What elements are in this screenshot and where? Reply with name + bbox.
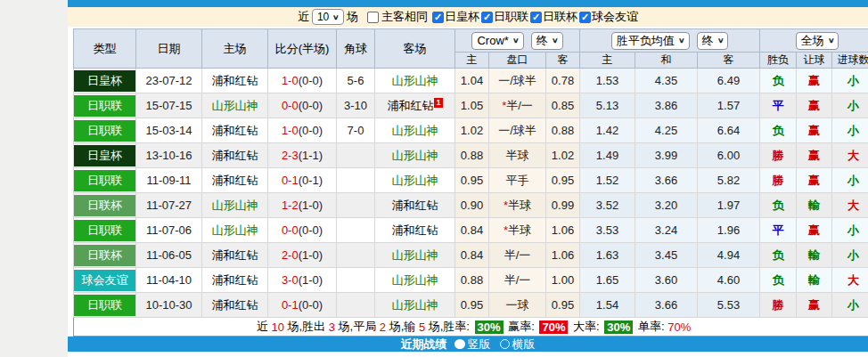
cell-avg-away-odds: 5.53 [698,293,760,318]
layout-option[interactable]: 竖版 [454,337,491,353]
cell-ah-line: *半球 [489,193,546,218]
cell-corners [337,168,375,193]
sub-header-ah-line: 盘口 [489,53,546,69]
away-team-name: 浦和红钻 [392,223,438,237]
cell-handicap-result: 輸 [797,193,832,218]
halftime-score: (1-0) [299,199,323,212]
cell-avg-away-odds: 1.57 [698,93,760,118]
same-venue-checkbox[interactable] [367,12,379,23]
table-row: 日职联15-07-15山形山神0-0(0-0)3-10浦和红钻11.05*半/一… [74,93,868,118]
cell-outcome: 负 [760,268,797,293]
radio-icon[interactable] [500,339,510,349]
filter-toolbar: 近 10 ∨ 场 主客相同 日皇杯日职联日联杯球会友谊 [68,7,868,27]
checkbox-checked-icon[interactable] [530,12,542,23]
euro-odds-state-select[interactable]: 终 ∨ [697,32,729,50]
halftime-score: (0-0) [299,124,323,137]
cell-ah-away-odds: 1.02 [546,143,580,168]
summary-text: 3 [329,320,335,334]
cell-avg-home-odds: 1.42 [580,118,635,143]
summary-text: 5 [419,320,425,334]
cell-score: 0-0(0-0) [268,93,337,118]
recent-count-value: 10 [317,11,329,23]
home-team-name: 浦和红钻 [212,174,258,187]
cell-handicap-result: 赢 [797,69,832,93]
col-header-corner: 角球 [337,29,375,69]
cell-avg-home-odds: 5.13 [580,93,635,118]
table-row: 日职联10-10-30浦和红钻0-1(0-0)山形山神0.95一球0.951.5… [74,293,868,318]
cell-ah-away-odds: 1.00 [546,268,580,293]
cell-ah-home-odds: 0.84 [455,218,489,243]
cell-outcome: 勝 [760,168,797,193]
sub-header-ah-away: 客 [546,53,580,69]
league-filter[interactable]: 日联杯 [530,9,577,25]
cell-ah-home-odds: 0.88 [455,268,489,293]
checkbox-checked-icon[interactable] [579,12,591,23]
fulltime-score: 1-0 [282,74,299,87]
radio-selected-icon[interactable] [454,339,465,349]
recent-count-select[interactable]: 10 ∨ [312,9,344,25]
col-header-away: 客场 [375,29,455,69]
summary-text: 赢率: [505,319,538,335]
cell-ah-line: 半/一 [489,268,546,293]
halftime-score: (1-0) [299,273,323,287]
cell-goals-result: 小 [832,218,868,243]
asian-odds-state-select[interactable]: 终 ∨ [531,32,563,50]
cell-avg-away-odds: 6.64 [698,118,760,143]
col-header-home: 主场 [202,29,268,69]
sub-header-goals: 进球数 [832,53,868,69]
cell-league-type: 日皇杯 [74,69,136,93]
cell-ah-line: 一球 [489,293,546,318]
cell-outcome: 平 [760,218,797,243]
star-marker: * [504,223,508,237]
cell-outcome: 勝 [760,293,797,318]
cell-home-team: 山形山神 [202,218,268,243]
league-filter[interactable]: 日皇杯 [432,9,479,25]
layout-option[interactable]: 横版 [500,337,536,353]
summary-text: 近 [257,319,272,335]
cell-handicap-result: 赢 [797,143,832,168]
away-team-name: 浦和红钻 [387,99,433,112]
league-type-badge: 球会友谊 [74,270,135,291]
halftime-score: (0-0) [299,99,323,112]
scope-select[interactable]: 全场 ∨ [796,32,839,50]
cell-date: 11-09-11 [136,168,202,193]
cell-ah-home-odds: 0.90 [455,193,489,218]
sub-header-ah-home: 主 [455,53,489,69]
cell-avg-draw-odds: 3.99 [635,143,698,168]
cell-goals-result: 小 [832,69,868,93]
cell-goals-result: 小 [832,293,868,318]
cell-goals-result: 小 [832,118,868,143]
cell-home-team: 浦和红钻 [202,69,268,93]
fulltime-score: 0-0 [282,223,299,237]
cell-handicap-result: 赢 [797,293,832,318]
summary-text: 场,平局 [335,319,380,335]
summary-line: 近 10 场,胜出 3 场,平局 2 场,输 5 场,胜率: 30% 赢率: 7… [73,318,868,337]
bookmaker-select[interactable]: Crow* ∨ [471,32,523,50]
cell-home-team: 浦和红钻 [202,268,268,293]
league-type-badge: 日联杯 [74,245,135,266]
cell-ah-home-odds: 0.95 [455,293,489,318]
cell-corners: 5-6 [337,69,375,93]
league-type-badge: 日职联 [74,95,135,117]
cell-home-team: 山形山神 [202,93,268,118]
league-filter[interactable]: 日职联 [481,9,528,25]
league-filter[interactable]: 球会友谊 [579,9,638,25]
layout-option-label: 横版 [512,337,536,353]
cell-outcome: 勝 [760,143,797,168]
cell-goals-result: 小 [832,93,868,118]
euro-avg-select[interactable]: 胜平负均值 ∨ [611,32,690,50]
summary-text: 10 [271,320,283,334]
cell-avg-home-odds: 1.49 [580,143,635,168]
cell-avg-draw-odds: 3.86 [635,93,698,118]
checkbox-checked-icon[interactable] [481,12,493,23]
cell-goals-result: 大 [832,143,868,168]
cell-away-team: 浦和红钻1 [375,93,455,118]
cell-ah-home-odds: 1.02 [455,118,489,143]
cell-away-team: 山形山神 [375,243,455,268]
home-team-name: 山形山神 [212,99,258,112]
sub-header-avg-home: 主 [580,53,635,69]
footer-title: 近期战绩 [401,337,447,353]
rate-badge: 70% [539,320,568,334]
checkbox-checked-icon[interactable] [432,12,444,23]
cell-league-type: 日联杯 [74,193,136,218]
